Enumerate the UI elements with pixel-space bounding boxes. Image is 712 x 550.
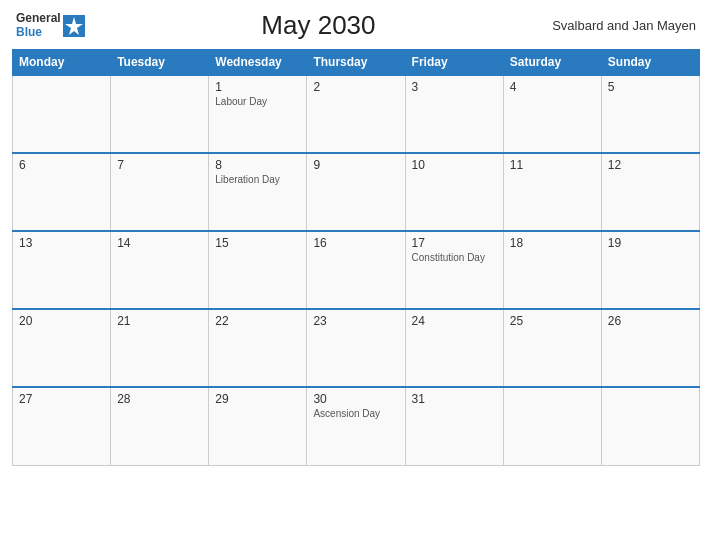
day-number: 14 <box>117 236 202 250</box>
calendar-cell: 19 <box>601 231 699 309</box>
day-number: 25 <box>510 314 595 328</box>
col-wednesday: Wednesday <box>209 50 307 76</box>
day-number: 20 <box>19 314 104 328</box>
calendar-cell: 25 <box>503 309 601 387</box>
day-number: 23 <box>313 314 398 328</box>
day-number: 13 <box>19 236 104 250</box>
calendar-cell: 27 <box>13 387 111 465</box>
day-number: 5 <box>608 80 693 94</box>
calendar-cell: 24 <box>405 309 503 387</box>
day-number: 31 <box>412 392 497 406</box>
calendar-cell: 13 <box>13 231 111 309</box>
calendar-cell: 20 <box>13 309 111 387</box>
day-number: 15 <box>215 236 300 250</box>
day-number: 29 <box>215 392 300 406</box>
day-number: 12 <box>608 158 693 172</box>
calendar-cell <box>601 387 699 465</box>
col-saturday: Saturday <box>503 50 601 76</box>
calendar-cell: 9 <box>307 153 405 231</box>
col-tuesday: Tuesday <box>111 50 209 76</box>
calendar-cell: 16 <box>307 231 405 309</box>
day-number: 7 <box>117 158 202 172</box>
week-row-2: 678Liberation Day9101112 <box>13 153 700 231</box>
day-number: 4 <box>510 80 595 94</box>
calendar-table: Monday Tuesday Wednesday Thursday Friday… <box>12 49 700 466</box>
calendar-cell: 7 <box>111 153 209 231</box>
weekday-header-row: Monday Tuesday Wednesday Thursday Friday… <box>13 50 700 76</box>
col-thursday: Thursday <box>307 50 405 76</box>
day-number: 27 <box>19 392 104 406</box>
calendar-cell: 12 <box>601 153 699 231</box>
page-header: General Blue May 2030 Svalbard and Jan M… <box>12 10 700 41</box>
day-number: 10 <box>412 158 497 172</box>
col-sunday: Sunday <box>601 50 699 76</box>
day-number: 1 <box>215 80 300 94</box>
calendar-cell <box>111 75 209 153</box>
day-number: 9 <box>313 158 398 172</box>
holiday-name: Constitution Day <box>412 252 497 263</box>
calendar-cell: 30Ascension Day <box>307 387 405 465</box>
calendar-cell: 22 <box>209 309 307 387</box>
calendar-cell <box>13 75 111 153</box>
calendar-cell: 5 <box>601 75 699 153</box>
col-monday: Monday <box>13 50 111 76</box>
calendar-cell: 29 <box>209 387 307 465</box>
calendar-cell: 28 <box>111 387 209 465</box>
day-number: 24 <box>412 314 497 328</box>
calendar-cell: 1Labour Day <box>209 75 307 153</box>
day-number: 28 <box>117 392 202 406</box>
week-row-4: 20212223242526 <box>13 309 700 387</box>
logo: General Blue <box>16 12 85 38</box>
calendar-cell: 15 <box>209 231 307 309</box>
calendar-cell: 4 <box>503 75 601 153</box>
calendar-cell: 23 <box>307 309 405 387</box>
logo-flag-icon <box>63 15 85 37</box>
day-number: 22 <box>215 314 300 328</box>
calendar-cell: 31 <box>405 387 503 465</box>
calendar-cell: 2 <box>307 75 405 153</box>
calendar-cell: 3 <box>405 75 503 153</box>
logo-blue-text: Blue <box>16 26 61 39</box>
calendar-cell: 21 <box>111 309 209 387</box>
calendar-cell: 18 <box>503 231 601 309</box>
week-row-1: 1Labour Day2345 <box>13 75 700 153</box>
day-number: 8 <box>215 158 300 172</box>
calendar-cell: 26 <box>601 309 699 387</box>
calendar-cell <box>503 387 601 465</box>
calendar-title: May 2030 <box>85 10 552 41</box>
day-number: 26 <box>608 314 693 328</box>
col-friday: Friday <box>405 50 503 76</box>
day-number: 19 <box>608 236 693 250</box>
day-number: 11 <box>510 158 595 172</box>
region-label: Svalbard and Jan Mayen <box>552 18 696 33</box>
day-number: 2 <box>313 80 398 94</box>
day-number: 16 <box>313 236 398 250</box>
holiday-name: Liberation Day <box>215 174 300 185</box>
day-number: 6 <box>19 158 104 172</box>
logo-general-text: General <box>16 12 61 25</box>
calendar-cell: 6 <box>13 153 111 231</box>
day-number: 18 <box>510 236 595 250</box>
week-row-5: 27282930Ascension Day31 <box>13 387 700 465</box>
holiday-name: Ascension Day <box>313 408 398 419</box>
calendar-cell: 11 <box>503 153 601 231</box>
day-number: 3 <box>412 80 497 94</box>
calendar-cell: 8Liberation Day <box>209 153 307 231</box>
calendar-cell: 17Constitution Day <box>405 231 503 309</box>
week-row-3: 1314151617Constitution Day1819 <box>13 231 700 309</box>
day-number: 21 <box>117 314 202 328</box>
holiday-name: Labour Day <box>215 96 300 107</box>
day-number: 17 <box>412 236 497 250</box>
calendar-page: General Blue May 2030 Svalbard and Jan M… <box>0 0 712 550</box>
calendar-cell: 14 <box>111 231 209 309</box>
day-number: 30 <box>313 392 398 406</box>
calendar-cell: 10 <box>405 153 503 231</box>
